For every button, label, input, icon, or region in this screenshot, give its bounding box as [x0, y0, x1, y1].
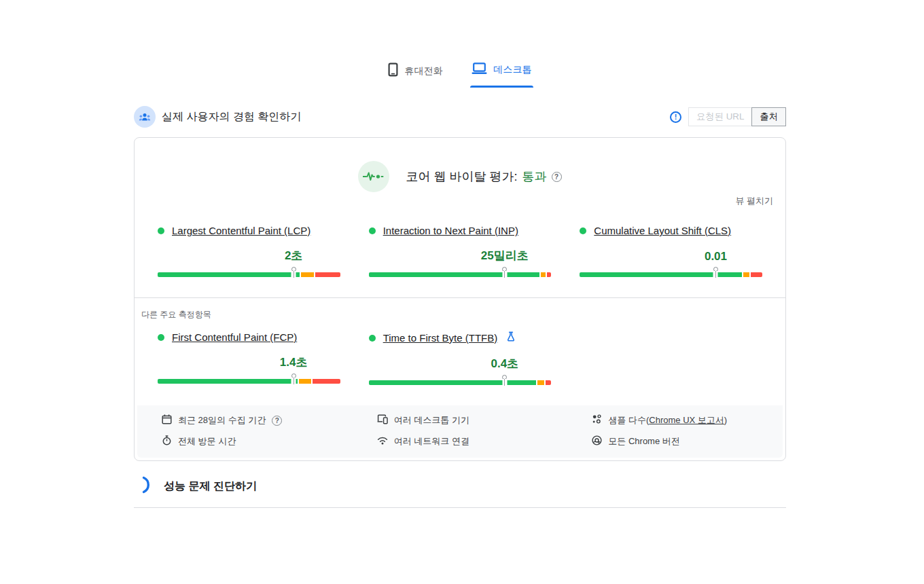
field-data-header: 실제 사용자의 경험 확인하기 ! 요청된 URL 출처 [134, 106, 786, 128]
collection-period-item: 최근 28일의 수집 기간 ? [162, 414, 353, 426]
metric-cls: Cumulative Layout Shift (CLS) 0.01 [580, 225, 762, 277]
sample-size-item: 샘플 다수(Chrome UX 보고서) [592, 414, 783, 426]
bar-good-segment [158, 272, 300, 277]
visit-durations-label: 전체 방문 시간 [178, 435, 236, 448]
p75-marker [502, 375, 507, 386]
collection-period-help-icon[interactable]: ? [272, 416, 282, 426]
tab-desktop-label: 데스크톱 [493, 64, 532, 76]
bottom-divider [134, 507, 786, 508]
metric-inp: Interaction to Next Paint (INP) 25밀리초 [369, 225, 552, 277]
p75-marker [713, 267, 718, 278]
tab-mobile-label: 휴대전화 [404, 65, 443, 77]
real-users-icon [134, 106, 156, 128]
bar-poor-segment [313, 379, 340, 384]
cwv-pass-status: 통과 [522, 168, 547, 185]
crux-report-link[interactable]: Chrome UX 보고서 [649, 415, 724, 425]
lcp-distribution-bar [158, 272, 340, 277]
inp-distribution-bar [369, 272, 552, 277]
tab-desktop-underline [470, 86, 533, 88]
inp-value: 25밀리초 [481, 248, 529, 263]
fcp-value: 1.4초 [280, 354, 308, 370]
bar-poor-segment [315, 272, 340, 277]
bar-good-segment [369, 272, 539, 277]
cwv-title-text: 코어 웹 바이탈 평가: [406, 168, 517, 185]
other-metrics-label: 다른 주요 측정항목 [135, 298, 785, 321]
lcp-value: 2초 [285, 248, 302, 263]
bar-needs-improvement-segment [537, 380, 544, 385]
bar-poor-segment [546, 380, 552, 385]
chrome-versions-item: 모든 Chrome 버전 [592, 435, 783, 448]
phone-icon [388, 62, 398, 79]
cwv-help-icon[interactable]: ? [552, 172, 562, 182]
p75-marker [291, 373, 296, 384]
cwv-assessment-header: 코어 웹 바이탈 평가: 통과 ? [135, 161, 785, 192]
cls-distribution-bar [580, 272, 762, 277]
ttfb-value: 0.4초 [491, 356, 518, 371]
good-dot-icon [158, 227, 164, 234]
stopwatch-icon [162, 435, 172, 448]
tab-desktop[interactable]: 데스크톱 [470, 60, 533, 90]
calendar-icon [162, 414, 172, 426]
bar-needs-improvement-segment [743, 272, 749, 277]
metric-ttfb: Time to First Byte (TTFB) 0.4초 [369, 331, 552, 385]
experimental-flask-icon[interactable] [506, 331, 516, 344]
wifi-icon [377, 436, 388, 447]
diagnose-performance-section[interactable]: 성능 문제 진단하기 [134, 476, 786, 496]
tab-mobile-underline [387, 88, 444, 90]
origin-button[interactable]: 출처 [751, 107, 786, 126]
bar-needs-improvement-segment [301, 272, 314, 277]
chrome-versions-label: 모든 Chrome 버전 [608, 435, 679, 448]
fcp-distribution-bar [158, 379, 340, 384]
bar-poor-segment [547, 272, 551, 277]
gauge-arc-icon [142, 476, 153, 496]
devices-label: 여러 데스크톱 기기 [394, 414, 469, 426]
metric-fcp: First Contentful Paint (FCP) 1.4초 [158, 331, 340, 385]
page-title: 실제 사용자의 경험 확인하기 [162, 110, 301, 124]
secondary-metrics-row: First Contentful Paint (FCP) 1.4초 Time t… [135, 331, 785, 385]
fcp-link[interactable]: First Contentful Paint (FCP) [172, 331, 297, 343]
device-tabbar: 휴대전화 데스크톱 [134, 0, 786, 90]
good-dot-icon [369, 335, 376, 342]
p75-marker [291, 267, 296, 278]
cwv-assessment-title: 코어 웹 바이탈 평가: 통과 ? [406, 168, 561, 185]
ttfb-distribution-bar [369, 380, 552, 385]
bar-good-segment [158, 379, 298, 384]
core-web-vitals-card: 코어 웹 바이탈 평가: 통과 ? 뷰 펼치기 Largest Contentf… [134, 137, 786, 461]
tab-mobile[interactable]: 휴대전화 [387, 60, 444, 90]
lcp-link[interactable]: Largest Contentful Paint (LCP) [172, 225, 310, 236]
info-icon[interactable]: ! [670, 111, 681, 123]
url-origin-toggle: 요청된 URL 출처 [688, 107, 786, 126]
bar-poor-segment [751, 272, 762, 277]
expand-view-button[interactable]: 뷰 펼치기 [735, 195, 773, 207]
devices-item: 여러 데스크톱 기기 [377, 414, 568, 426]
good-dot-icon [158, 334, 164, 341]
cls-link[interactable]: Cumulative Layout Shift (CLS) [594, 225, 731, 236]
ttfb-link[interactable]: Time to First Byte (TTFB) [383, 332, 498, 344]
collection-period-label: 최근 28일의 수집 기간 [178, 414, 266, 426]
diagnose-title: 성능 문제 진단하기 [164, 479, 257, 494]
network-item: 여러 네트워크 연결 [377, 435, 568, 448]
inp-link[interactable]: Interaction to Next Paint (INP) [383, 225, 518, 236]
desktop-icon [472, 62, 487, 77]
pagespeed-field-data-page: 휴대전화 데스크톱 실제 사용자의 경험 확인하기 [134, 0, 786, 508]
sample-size-label: 샘플 다수(Chrome UX 보고서) [608, 414, 727, 426]
requested-url-button[interactable]: 요청된 URL [688, 107, 752, 126]
sample-dots-icon [592, 414, 602, 426]
chrome-icon [592, 435, 602, 448]
good-dot-icon [580, 227, 586, 234]
bar-needs-improvement-segment [299, 379, 310, 384]
bar-needs-improvement-segment [541, 272, 546, 277]
metric-lcp: Largest Contentful Paint (LCP) 2초 [158, 225, 340, 277]
metric-empty-slot [580, 331, 762, 385]
devices-icon [377, 414, 388, 426]
bar-good-segment [369, 380, 536, 385]
good-dot-icon [369, 227, 376, 234]
p75-marker [502, 267, 507, 278]
network-label: 여러 네트워크 연결 [394, 435, 469, 448]
data-collection-footer: 최근 28일의 수집 기간 ? 전체 방문 시간 여러 데스크톱 기기 [137, 405, 783, 458]
primary-metrics-row: Largest Contentful Paint (LCP) 2초 Intera… [135, 225, 785, 277]
visit-durations-item: 전체 방문 시간 [162, 435, 353, 448]
pulse-icon [358, 161, 389, 192]
cls-value: 0.01 [705, 250, 727, 263]
